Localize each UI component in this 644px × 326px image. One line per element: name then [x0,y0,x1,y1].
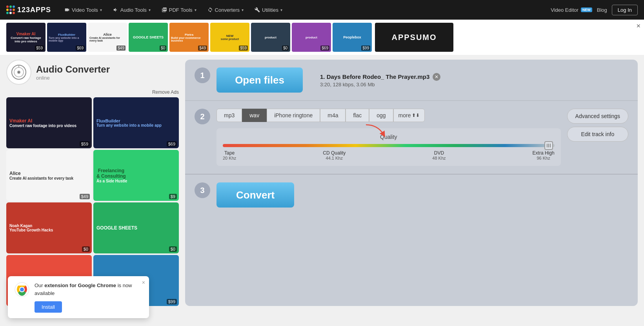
new-badge: NEW [581,7,592,12]
ad-price-2: $69 [76,46,85,51]
utilities-icon [255,7,260,13]
ad-thumb-4[interactable]: GOOGLE SHEETS $0 [129,23,168,52]
audio-tools-chevron: ▾ [149,8,151,12]
main-layout: Audio Converter online Remove Ads Vmaker… [0,55,644,311]
ad-price-9: $99 [361,46,370,51]
nav-video-editor-link[interactable]: Video Editor NEW [551,7,592,13]
format-tab-iphone-ringtone[interactable]: iPhone ringtone [267,109,320,122]
quality-mark-cd: CD Quality 44.1 Khz [323,150,346,160]
ad-appsumo-text: APPSUMO [391,33,437,42]
remove-ads-button[interactable]: Remove Ads [6,89,179,95]
ad-left-3[interactable]: Alice Create AI assistants for every tas… [6,150,92,201]
app-title-group: Audio Converter online [36,64,110,81]
logo-dot-5 [9,9,12,11]
quality-mark-dvd: DVD 48 Khz [432,150,446,160]
ad-thumb-3[interactable]: Alice Create AI assistants for every tas… [88,23,127,52]
ad-left-4[interactable]: Freelancing& Consulting As a Side Hustle… [93,150,179,201]
step-2-left: mp3 wav iPhone ringtone m4a flac ogg mor… [216,109,561,166]
ad-left-5[interactable]: Noah Kagan YouTube Growth Hacks $0 [6,202,92,253]
quality-mark-tape: Tape 20 Khz [223,150,236,160]
ad-price-4: $0 [160,46,166,51]
nav-video-tools[interactable]: Video Tools ▾ [60,5,106,15]
ad-banner-top: Vmaker AI Convert raw footage into pro v… [0,20,644,55]
format-tab-flac[interactable]: flac [346,109,369,122]
logo-text: 123APPS [17,6,51,14]
nav-right: Video Editor NEW Blog Log In [551,5,638,15]
converters-icon [207,7,213,13]
file-meta: 3:20, 128 kbps, 3.06 Mb [320,82,440,87]
logo-dot-1 [6,5,9,8]
nav-blog[interactable]: Blog [597,7,607,13]
more-chevron: ⬆⬇ [412,113,420,118]
logo-dot-2 [9,5,12,8]
ad-left-1[interactable]: Vmaker AI Convert raw footage into pro v… [6,97,92,148]
ad-left-2[interactable]: FluxBuilder Turn any website into a mobi… [93,97,179,148]
utilities-chevron: ▾ [280,8,282,12]
nav-login-button[interactable]: Log In [612,5,638,15]
pdf-tools-chevron: ▾ [195,8,196,12]
nav-audio-tools[interactable]: Audio Tools ▾ [109,5,155,15]
app-header: Audio Converter online [6,60,179,85]
ad-price-5: $49 [198,46,207,51]
chrome-notif-close[interactable]: × [142,279,145,286]
video-tools-chevron: ▾ [100,8,102,12]
edit-track-button[interactable]: Edit track info [567,127,628,142]
format-tab-mp3[interactable]: mp3 [216,109,242,122]
format-tab-more[interactable]: more ⬆⬇ [393,109,425,122]
ad-thumb-8[interactable]: product $69 [292,23,331,52]
ad-banner-close[interactable]: ✕ [636,23,641,29]
nav-utilities[interactable]: Utilities ▾ [251,5,286,15]
ad-thumb-2[interactable]: FluxBuilder Turn any website into a mobi… [47,23,86,52]
ad-thumb-7[interactable]: product $0 [251,23,290,52]
convert-button[interactable]: Convert [216,182,294,208]
file-name: 1. Days Before Rodeo_ The Prayer.mp3 [320,73,429,80]
logo-dot-6 [13,9,15,11]
ad-left-6[interactable]: GOOGLE SHEETS $0 [93,202,179,253]
ad-thumb-6[interactable]: NEW some product $59 [210,23,249,52]
ad-thumb-5[interactable]: Pietra Build your ecommerce business $49 [169,23,209,52]
nav-pdf-tools[interactable]: PDF Tools ▾ [158,5,200,15]
chrome-install-button[interactable]: Install [35,301,62,313]
file-info: 1. Days Before Rodeo_ The Prayer.mp3 ✕ 3… [312,73,440,87]
navbar: 123APPS Video Tools ▾ Audio Tools ▾ PDF … [0,0,644,20]
format-tab-m4a[interactable]: m4a [320,109,346,122]
ad-thumb-9[interactable]: Peoplebox $99 [333,23,372,52]
quality-section: Quality [216,128,561,166]
format-tab-ogg[interactable]: ogg [369,109,393,122]
format-tab-wav[interactable]: wav [242,109,267,122]
converters-chevron: ▾ [242,8,244,12]
open-files-button[interactable]: Open files [216,67,303,93]
logo-dot-9 [13,12,15,14]
logo-dot-8 [9,12,12,14]
advanced-settings-button[interactable]: Advanced settings [567,109,628,124]
ad-price-1: $59 [35,46,44,51]
red-arrow-annotation [362,123,393,138]
app-icon [6,60,31,85]
ad-thumb-1[interactable]: Vmaker AI Convert raw footage into pro v… [6,23,45,52]
ad-left-price-6: $0 [169,246,177,252]
step-2-inner: mp3 wav iPhone ringtone m4a flac ogg mor… [216,109,628,166]
ad-grid-left: Vmaker AI Convert raw footage into pro v… [6,97,179,306]
ad-price-7: $0 [282,46,289,51]
audio-icon [113,7,118,13]
logo-dots [6,5,15,14]
chrome-notification: × Our extension for Google Chrome is now… [8,276,149,318]
quality-slider-container [223,144,555,147]
ad-appsumo[interactable]: APPSUMO [375,23,453,52]
chrome-logo-icon [14,282,30,297]
ad-price-8: $69 [320,46,329,51]
nav-converters[interactable]: Converters ▾ [204,5,248,15]
ad-price-3: $49 [116,46,126,51]
step-1-number: 1 [195,67,210,83]
slider-thumb[interactable] [544,141,553,150]
quality-mark-extra-high: Extra High 96 Khz [533,150,555,160]
ad-left-price-2: $69 [167,141,177,147]
video-icon [64,7,70,13]
logo[interactable]: 123APPS [6,5,51,14]
ad-left-price-1: $59 [80,141,90,147]
file-info-row: 1. Days Before Rodeo_ The Prayer.mp3 ✕ [320,73,440,81]
chrome-notif-top: Our extension for Google Chrome is now a… [14,282,143,297]
file-close-button[interactable]: ✕ [433,73,440,81]
step-3-number: 3 [195,182,210,198]
ad-left-price-4: $9 [169,194,177,199]
